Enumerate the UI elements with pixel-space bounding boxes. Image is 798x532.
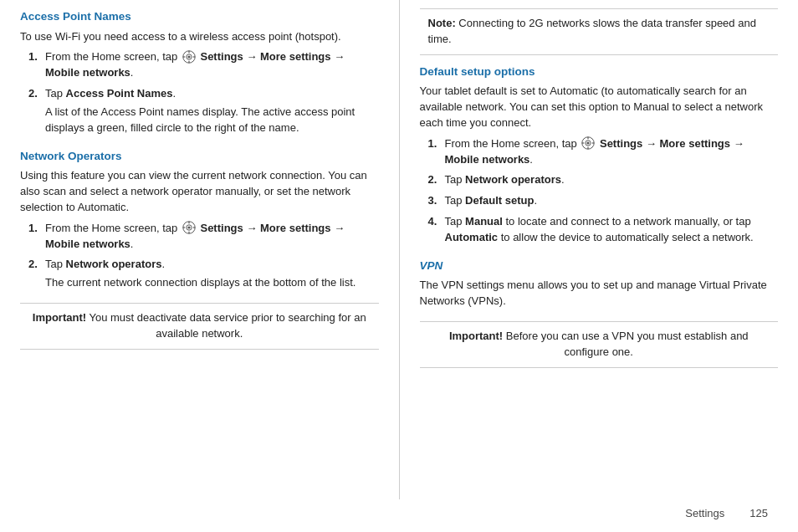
sub-text: A list of the Access Point names display…: [45, 105, 379, 136]
list-item: 3. Tap Default setup.: [428, 193, 779, 209]
note-text: Connecting to 2G networks slows the data…: [428, 17, 756, 45]
settings-icon: [182, 50, 196, 64]
footer-page: 125: [749, 506, 768, 522]
list-num: 3.: [428, 193, 445, 209]
network-operators-intro: Using this feature you can view the curr…: [20, 168, 379, 216]
right-column: Note: Connecting to 2G networks slows th…: [400, 0, 799, 499]
list-content: Tap Network operators.: [445, 172, 779, 188]
list-num: 1.: [28, 49, 45, 81]
note-box: Note: Connecting to 2G networks slows th…: [420, 8, 779, 55]
access-point-names-list: 1. From the Home screen, tap: [28, 49, 379, 136]
list-content: Tap Access Point Names. A list of the Ac…: [45, 86, 379, 136]
network-operators-title: Network Operators: [20, 148, 379, 165]
important-label: Important!: [449, 330, 503, 342]
note-label: Note:: [428, 17, 456, 29]
list-num: 1.: [28, 221, 45, 253]
vpn-title: VPN: [420, 258, 779, 274]
list-num: 1.: [428, 136, 445, 168]
settings-icon: [581, 136, 595, 150]
list-content: Tap Manual to locate and connect to a ne…: [445, 214, 779, 246]
important-box-left: Important! You must deactivate data serv…: [20, 303, 379, 350]
settings-icon: [182, 221, 196, 234]
default-setup-intro: Your tablet default is set to Automatic …: [420, 84, 779, 131]
list-content: From the Home screen, tap Settings →: [45, 49, 379, 81]
default-setup-list: 1. From the Home screen, tap: [428, 136, 779, 246]
list-item: 2. Tap Access Point Names. A list of the…: [28, 86, 379, 136]
list-num: 2.: [428, 172, 445, 188]
section-vpn: VPN The VPN settings menu allows you to …: [420, 258, 779, 309]
network-operators-list: 1. From the Home screen, tap: [28, 221, 379, 291]
svg-point-20: [587, 142, 590, 145]
important-label: Important!: [33, 311, 86, 324]
list-item: 4. Tap Manual to locate and connect to a…: [428, 214, 779, 246]
list-item: 1. From the Home screen, tap: [428, 136, 779, 168]
list-content: Tap Default setup.: [445, 193, 779, 209]
list-num: 4.: [428, 214, 445, 246]
list-item: 2. Tap Network operators. The current ne…: [28, 257, 379, 291]
list-content: From the Home screen, tap Settings →: [445, 136, 779, 168]
access-point-names-title: Access Point Names: [20, 8, 379, 25]
section-default-setup: Default setup options Your tablet defaul…: [420, 64, 779, 246]
footer-label: Settings: [685, 506, 724, 522]
footer: Settings 125: [0, 499, 798, 532]
list-num: 2.: [28, 257, 45, 291]
vpn-intro: The VPN settings menu allows you to set …: [420, 278, 779, 309]
list-item: 2. Tap Network operators.: [428, 172, 779, 188]
section-network-operators: Network Operators Using this feature you…: [20, 148, 379, 291]
section-access-point-names: Access Point Names To use Wi-Fi you need…: [20, 8, 379, 136]
list-item: 1. From the Home screen, tap: [28, 221, 379, 253]
svg-point-6: [187, 55, 190, 58]
list-num: 2.: [28, 86, 45, 136]
default-setup-title: Default setup options: [420, 64, 779, 80]
important-text: Before you can use a VPN you must establ…: [506, 330, 749, 358]
svg-point-13: [187, 227, 190, 229]
left-column: Access Point Names To use Wi-Fi you need…: [0, 0, 400, 499]
important-text: You must deactivate data service prior t…: [89, 311, 366, 340]
list-content: From the Home screen, tap Settings →: [45, 221, 379, 253]
important-box-right: Important! Before you can use a VPN you …: [420, 321, 779, 368]
list-item: 1. From the Home screen, tap: [28, 49, 379, 81]
list-content: Tap Network operators. The current netwo…: [45, 257, 379, 291]
access-point-names-intro: To use Wi-Fi you need access to a wirele…: [20, 29, 379, 45]
sub-text: The current network connection displays …: [45, 275, 379, 291]
